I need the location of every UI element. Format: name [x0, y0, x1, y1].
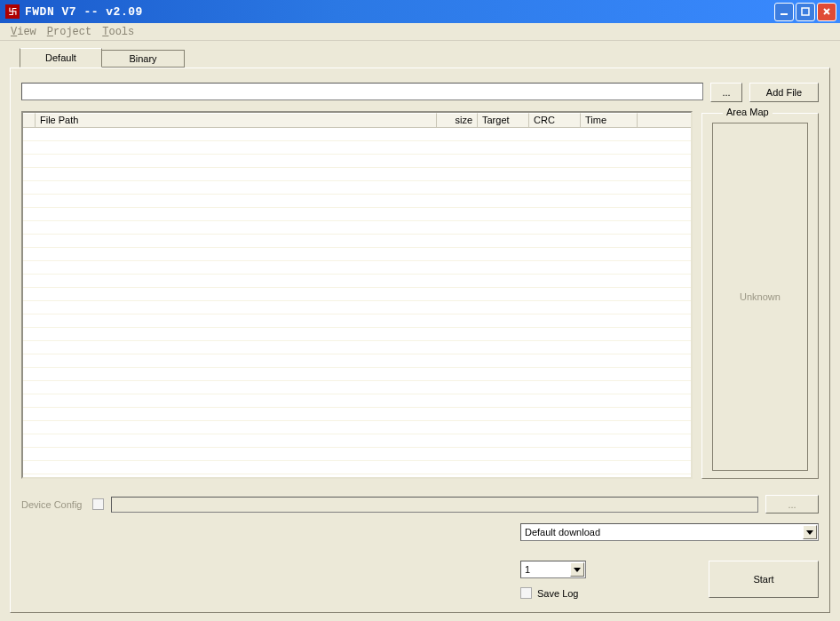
title-bar: 卐 FWDN V7 -- v2.09 [0, 0, 840, 23]
svg-marker-5 [574, 568, 581, 572]
count-dropbtn[interactable] [570, 562, 584, 577]
tab-row: Default Binary [20, 50, 185, 68]
area-map-group: Area Map Unknown [701, 111, 819, 484]
count-value: 1 [525, 564, 530, 575]
add-file-button[interactable]: Add File [749, 83, 819, 102]
main-panel: ... Add File File Path size Target CRC T… [10, 68, 830, 613]
save-log-checkbox[interactable] [520, 587, 532, 599]
browse-button-label: ... [722, 87, 730, 98]
tab-default-label: Default [45, 52, 76, 63]
device-config-checkbox[interactable] [92, 498, 104, 510]
bottom-col1: 1 Save Log [520, 561, 586, 599]
app-icon: 卐 [5, 4, 20, 19]
device-config-label: Device Config [21, 499, 85, 510]
content-row: File Path size Target CRC Time Area Map … [21, 111, 819, 484]
area-map-frame: Unknown [701, 113, 819, 479]
maximize-icon [800, 6, 811, 17]
menu-view[interactable]: View [5, 24, 42, 40]
menu-bar: View Project Tools [0, 23, 840, 41]
download-mode-select[interactable]: Default download [520, 523, 819, 541]
svg-rect-0 [781, 13, 788, 15]
area-map-label: Area Map [723, 107, 773, 117]
maximize-button[interactable] [796, 3, 815, 21]
close-button[interactable] [817, 3, 836, 21]
minimize-icon [779, 6, 789, 17]
col-crc[interactable]: CRC [529, 113, 581, 128]
device-config-browse-button[interactable]: ... [765, 495, 819, 514]
minimize-button[interactable] [774, 3, 794, 21]
download-mode-dropbtn[interactable] [803, 525, 817, 539]
count-select[interactable]: 1 [520, 561, 586, 578]
table-header: File Path size Target CRC Time [23, 113, 691, 128]
tab-binary-label: Binary [129, 53, 156, 64]
col-fill [638, 113, 691, 128]
device-config-row: Device Config ... [21, 495, 819, 514]
tab-binary[interactable]: Binary [102, 50, 185, 68]
file-path-row: ... Add File [21, 83, 819, 102]
col-size[interactable]: size [437, 113, 478, 128]
download-mode-value: Default download [525, 527, 600, 537]
menu-tools[interactable]: Tools [97, 24, 139, 40]
col-check[interactable] [23, 113, 36, 128]
device-config-browse-label: ... [788, 499, 796, 510]
add-file-button-label: Add File [766, 87, 802, 98]
device-config-input[interactable] [111, 497, 758, 513]
svg-rect-1 [802, 8, 809, 15]
tab-default[interactable]: Default [20, 48, 102, 68]
col-time[interactable]: Time [581, 113, 638, 128]
menu-project[interactable]: Project [42, 24, 97, 40]
start-button[interactable]: Start [709, 561, 819, 598]
save-log-row: Save Log [520, 587, 586, 599]
svg-marker-4 [806, 530, 813, 535]
col-file-path[interactable]: File Path [36, 113, 437, 128]
bottom-row: 1 Save Log Start [520, 561, 819, 599]
file-table[interactable]: File Path size Target CRC Time [21, 111, 693, 479]
browse-button[interactable]: ... [710, 83, 742, 102]
file-path-input[interactable] [21, 83, 703, 100]
col-target[interactable]: Target [478, 113, 529, 128]
table-body[interactable] [23, 128, 691, 477]
area-map-display: Unknown [712, 123, 808, 471]
window-title: FWDN V7 -- v2.09 [25, 5, 773, 19]
chevron-down-icon [806, 529, 813, 536]
close-icon [821, 6, 832, 17]
start-button-label: Start [753, 574, 773, 585]
save-log-label: Save Log [537, 588, 578, 599]
chevron-down-icon [574, 566, 581, 573]
download-mode-row: Default download [520, 523, 819, 541]
area-map-status: Unknown [740, 291, 781, 302]
